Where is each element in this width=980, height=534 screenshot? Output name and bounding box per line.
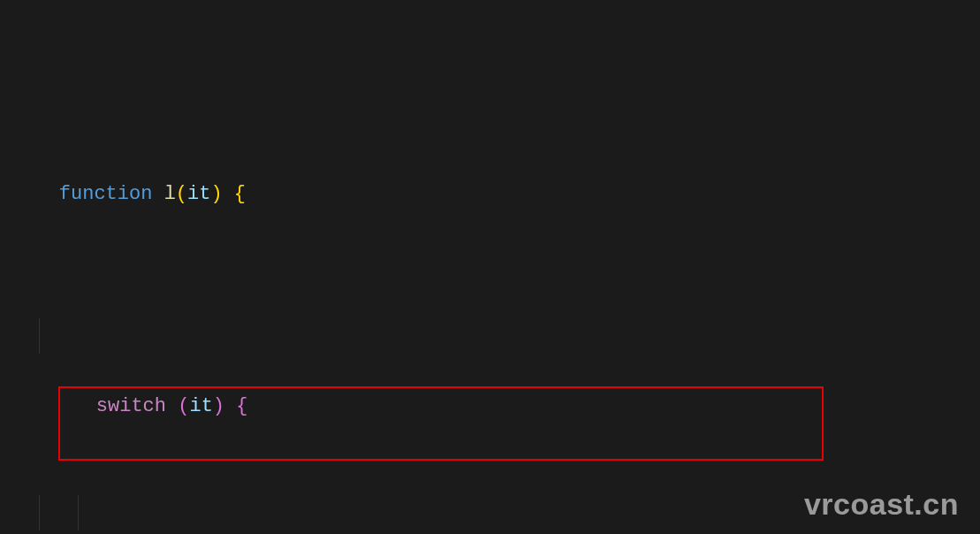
param-it: it bbox=[189, 395, 212, 417]
param-it: it bbox=[187, 183, 210, 205]
code-line: switch (it) { bbox=[0, 318, 980, 354]
keyword-switch: switch bbox=[96, 395, 166, 417]
paren-close: ) bbox=[213, 395, 224, 417]
function-name: l bbox=[164, 183, 176, 205]
watermark-text: vrcoast.cn bbox=[804, 486, 959, 522]
code-line: function l(it) { bbox=[0, 141, 980, 177]
brace-open: { bbox=[234, 183, 246, 205]
brace-open: { bbox=[236, 395, 247, 417]
paren-open: ( bbox=[178, 395, 189, 417]
code-editor[interactable]: function l(it) { switch (it) { case "mon… bbox=[0, 0, 980, 534]
paren-open: ( bbox=[176, 183, 187, 205]
paren-close: ) bbox=[210, 183, 222, 205]
keyword-function: function bbox=[59, 183, 153, 205]
